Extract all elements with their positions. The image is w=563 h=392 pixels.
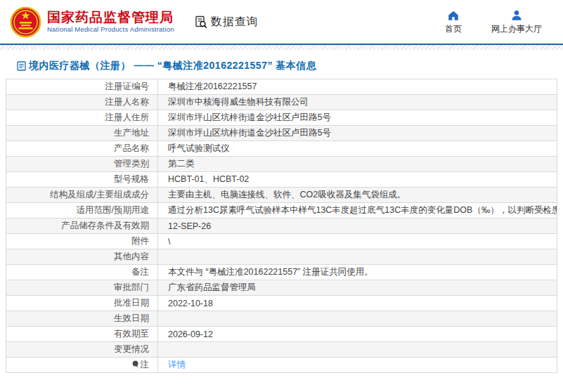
- row-label: 有效期至: [6, 327, 158, 342]
- row-value: 深圳市坪山区坑梓街道金沙社区卢田路5号: [158, 110, 557, 126]
- table-row: 附件 \: [6, 234, 557, 249]
- table-row: 生效日期: [6, 311, 557, 327]
- row-label-text: 注: [141, 360, 150, 370]
- registration-info-table: 注册证编号 粤械注准20162221557 注册人名称 深圳市中核海得威生物科技…: [6, 79, 557, 373]
- row-label-text: 审批部门: [114, 282, 149, 292]
- table-row: 有效期至 2026-09-12: [6, 327, 557, 342]
- row-value: 2026-09-12: [158, 327, 557, 342]
- table-row: 结构及组成/主要组成成分 主要由主机、电脑连接线、软件、CO2吸收器及集气袋组成…: [6, 188, 557, 203]
- row-value-text: \: [168, 237, 170, 247]
- row-value: 第二类: [158, 157, 557, 172]
- table-row: 注册人住所 深圳市坪山区坑梓街道金沙社区卢田路5号: [6, 110, 557, 126]
- detail-link[interactable]: 详情: [168, 360, 186, 370]
- row-value-text: 通过分析13C尿素呼气试验样本中样气13C丰度超过底气13C丰度的变化量DOB（…: [168, 205, 557, 215]
- row-value: [158, 249, 557, 265]
- table-row: 产品储存条件及有效期 12-SEP-26: [6, 218, 557, 234]
- agency-title-block: 国家药品监督管理局 National Medical Products Admi…: [47, 10, 174, 34]
- row-value-text: HCBT-01、HCBT-02: [168, 174, 249, 184]
- row-label-text: 结构及组成/主要组成成分: [50, 190, 149, 200]
- table-row: 管理类别 第二类: [6, 157, 557, 172]
- table-row: 适用范围/预期用途 通过分析13C尿素呼气试验样本中样气13C丰度超过底气13C…: [6, 203, 557, 218]
- row-value-text: 本文件与 “粤械注准20162221557” 注册证共同使用。: [168, 267, 373, 277]
- row-label: 生产地址: [6, 126, 158, 141]
- table-row: 产品名称 呼气试验测试仪: [6, 141, 557, 157]
- table-row: 备注 本文件与 “粤械注准20162221557” 注册证共同使用。: [6, 265, 557, 280]
- row-value: \: [158, 234, 557, 249]
- row-value-text: 深圳市中核海得威生物科技有限公司: [168, 97, 309, 107]
- page-title-bar: 境内医疗器械（注册） —— “粤械注准20162221557” 基本信息: [0, 50, 563, 72]
- row-label-text: 生效日期: [114, 313, 149, 323]
- row-label: 注册人住所: [6, 110, 158, 126]
- row-value: 本文件与 “粤械注准20162221557” 注册证共同使用。: [158, 265, 557, 280]
- row-value: 呼气试验测试仪: [158, 141, 557, 157]
- row-value-text: 粤械注准20162221557: [168, 81, 257, 91]
- table-row: 注册证编号 粤械注准20162221557: [6, 79, 557, 95]
- row-label: 其他内容: [6, 249, 158, 265]
- row-value-text: 呼气试验测试仪: [168, 143, 230, 153]
- row-label: 审批部门: [6, 280, 158, 296]
- data-query-label: 数据查询: [211, 15, 259, 30]
- nav-home-label: 首页: [445, 23, 462, 35]
- note-balloon-icon: [132, 360, 139, 370]
- row-value: HCBT-01、HCBT-02: [158, 172, 557, 188]
- row-value: 2022-10-18: [158, 296, 557, 311]
- row-value: 广东省药品监督管理局: [158, 280, 557, 296]
- hatch-pattern-band: [0, 45, 563, 50]
- row-label: 产品储存条件及有效期: [6, 218, 158, 234]
- row-value: 深圳市中核海得威生物科技有限公司: [158, 95, 557, 110]
- row-value-text: 第二类: [168, 159, 195, 169]
- table-row: 批准日期 2022-10-18: [6, 296, 557, 311]
- page-title: 境内医疗器械（注册） —— “粤械注准20162221557” 基本信息: [29, 60, 316, 72]
- row-value: 深圳市坪山区坑梓街道金沙社区卢田路5号: [158, 126, 557, 141]
- agency-name-cn: 国家药品监督管理局: [47, 10, 174, 25]
- row-label-text: 批准日期: [114, 298, 149, 308]
- row-label: 产品名称: [6, 141, 158, 157]
- row-label-text: 管理类别: [114, 159, 149, 169]
- row-label: 管理类别: [6, 157, 158, 172]
- document-search-icon: [194, 15, 208, 29]
- header: 国家药品监督管理局 National Medical Products Admi…: [0, 0, 563, 44]
- row-value-text: 12-SEP-26: [168, 221, 211, 231]
- row-label: 生效日期: [6, 311, 158, 327]
- row-label-text: 生产地址: [114, 128, 149, 138]
- row-value: [158, 311, 557, 327]
- table-row: 其他内容: [6, 249, 557, 265]
- nav-item-home[interactable]: 首页: [445, 9, 462, 35]
- user-icon: [510, 9, 523, 22]
- nav-item-service-hall[interactable]: 网上办事大厅: [491, 9, 542, 35]
- document-icon: [17, 61, 26, 71]
- row-label-text: 其他内容: [114, 251, 149, 261]
- table-row: 变更情况: [6, 342, 557, 358]
- table-row: 型号规格 HCBT-01、HCBT-02: [6, 172, 557, 188]
- row-label-text: 注册人住所: [105, 112, 150, 122]
- national-emblem-icon: [10, 6, 41, 38]
- table-row: 注册人名称 深圳市中核海得威生物科技有限公司: [6, 95, 557, 110]
- row-label: 结构及组成/主要组成成分: [6, 188, 158, 203]
- row-label: 注: [6, 358, 158, 373]
- home-icon: [447, 9, 460, 22]
- row-label: 注册人名称: [6, 95, 158, 110]
- table-row: 生产地址 深圳市坪山区坑梓街道金沙社区卢田路5号: [6, 126, 557, 141]
- data-query-section: 数据查询: [194, 15, 259, 30]
- row-value: 详情: [158, 358, 557, 373]
- row-label-text: 注册人名称: [105, 97, 150, 107]
- row-label: 变更情况: [6, 342, 158, 358]
- row-label: 附件: [6, 234, 158, 249]
- row-label: 型号规格: [6, 172, 158, 188]
- row-label-text: 注册证编号: [105, 81, 150, 91]
- row-label: 批准日期: [6, 296, 158, 311]
- row-label-text: 变更情况: [114, 344, 149, 354]
- table-row: 注 详情: [6, 358, 557, 373]
- row-value: [158, 342, 557, 358]
- row-value: 12-SEP-26: [158, 218, 557, 234]
- info-table-body: 注册证编号 粤械注准20162221557 注册人名称 深圳市中核海得威生物科技…: [6, 79, 557, 373]
- row-value: 主要由主机、电脑连接线、软件、CO2吸收器及集气袋组成。: [158, 188, 557, 203]
- row-label-text: 适用范围/预期用途: [77, 205, 149, 215]
- row-label-text: 有效期至: [114, 329, 149, 339]
- agency-name-en: National Medical Products Administration: [47, 25, 174, 34]
- row-label-text: 备注: [131, 267, 149, 277]
- row-label-text: 附件: [131, 236, 149, 246]
- row-label-text: 产品名称: [114, 143, 149, 153]
- row-value-text: 广东省药品监督管理局: [168, 282, 256, 292]
- row-label-text: 型号规格: [114, 174, 149, 184]
